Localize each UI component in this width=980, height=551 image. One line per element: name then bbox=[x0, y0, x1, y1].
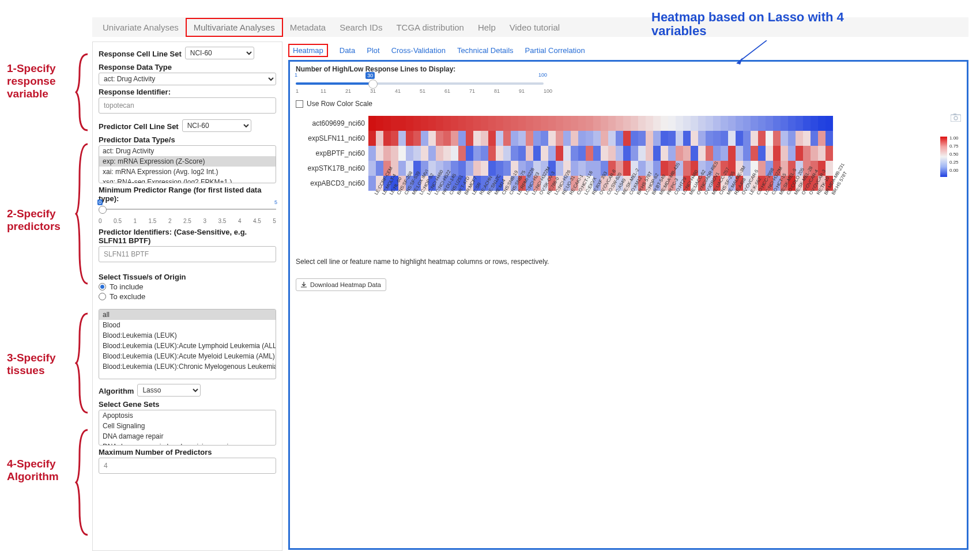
heatmap-cell[interactable] bbox=[503, 161, 511, 176]
heatmap-cell[interactable] bbox=[593, 131, 601, 146]
heatmap-cell[interactable] bbox=[758, 146, 766, 161]
heatmap-cell[interactable] bbox=[413, 131, 421, 146]
heatmap-cell[interactable] bbox=[713, 116, 721, 131]
heatmap-cell[interactable] bbox=[376, 116, 383, 131]
heatmap-cell[interactable] bbox=[473, 116, 481, 131]
heatmap-cell[interactable] bbox=[563, 116, 571, 131]
heatmap-cell[interactable] bbox=[488, 146, 496, 161]
heatmap-cell[interactable] bbox=[608, 146, 616, 161]
max-predictors-input[interactable] bbox=[99, 458, 276, 474]
nav-item-metadata[interactable]: Metadata bbox=[283, 19, 333, 36]
heatmap-cell[interactable] bbox=[683, 131, 691, 146]
heatmap-cell[interactable] bbox=[631, 131, 638, 146]
heatmap-cell[interactable] bbox=[743, 146, 751, 161]
heatmap-cell[interactable] bbox=[578, 146, 586, 161]
heatmap-cell[interactable] bbox=[683, 161, 691, 176]
nav-item-univariate-analyses[interactable]: Univariate Analyses bbox=[96, 19, 186, 36]
heatmap-cell[interactable] bbox=[548, 146, 556, 161]
heatmap-cell[interactable] bbox=[728, 131, 736, 146]
heatmap-cell[interactable] bbox=[826, 161, 833, 176]
heatmap-cell[interactable] bbox=[563, 131, 571, 146]
heatmap-cell[interactable] bbox=[751, 131, 758, 146]
heatmap-cell[interactable] bbox=[743, 131, 751, 146]
heatmap-cell[interactable] bbox=[781, 146, 788, 161]
heatmap-cell[interactable] bbox=[541, 131, 548, 146]
heatmap-cell[interactable] bbox=[376, 161, 383, 176]
heatmap-cell[interactable] bbox=[571, 116, 578, 131]
list-item[interactable]: Blood:Leukemia (LEUK):Chronic Myelogenou… bbox=[99, 361, 276, 372]
heatmap-cell[interactable] bbox=[668, 146, 676, 161]
heatmap-cell[interactable] bbox=[781, 131, 788, 146]
heatmap-cell[interactable] bbox=[556, 161, 563, 176]
heatmap-cell[interactable] bbox=[391, 131, 398, 146]
heatmap-cell[interactable] bbox=[661, 131, 668, 146]
heatmap-cell[interactable] bbox=[646, 116, 653, 131]
response-cell-line-select[interactable]: NCI-60 bbox=[185, 47, 254, 59]
heatmap-cell[interactable] bbox=[623, 161, 631, 176]
heatmap-cell[interactable] bbox=[631, 146, 638, 161]
heatmap-cell[interactable] bbox=[586, 116, 593, 131]
heatmap-cell[interactable] bbox=[766, 116, 773, 131]
heatmap-cell[interactable] bbox=[781, 116, 788, 131]
heatmap-cell[interactable] bbox=[511, 131, 518, 146]
heatmap-cell[interactable] bbox=[391, 146, 398, 161]
heatmap-cell[interactable] bbox=[736, 146, 743, 161]
heatmap-cell[interactable] bbox=[383, 146, 391, 161]
heatmap-cell[interactable] bbox=[488, 161, 496, 176]
heatmap-cell[interactable] bbox=[578, 131, 586, 146]
heatmap-row-label[interactable]: expABCD3_nci60 bbox=[296, 179, 368, 187]
heatmap-cell[interactable] bbox=[398, 146, 406, 161]
heatmap-cell[interactable] bbox=[466, 146, 473, 161]
heatmap-cell[interactable] bbox=[518, 116, 526, 131]
heatmap-cell[interactable] bbox=[413, 146, 421, 161]
list-item[interactable]: DNA damage repair bbox=[99, 431, 276, 441]
heatmap-cell[interactable] bbox=[443, 116, 451, 131]
heatmap-cell[interactable] bbox=[451, 131, 458, 146]
heatmap-cell[interactable] bbox=[421, 146, 428, 161]
heatmap-cell[interactable] bbox=[668, 131, 676, 146]
heatmap-cell[interactable] bbox=[526, 131, 533, 146]
heatmap-cell[interactable] bbox=[548, 131, 556, 146]
heatmap-cell[interactable] bbox=[533, 131, 541, 146]
heatmap-cell[interactable] bbox=[496, 116, 503, 131]
heatmap-cell[interactable] bbox=[376, 146, 383, 161]
list-item[interactable]: xsq: RNA-seq Expression (log2 FPKM+1.) bbox=[99, 177, 276, 183]
heatmap-cell[interactable] bbox=[406, 146, 413, 161]
heatmap-cell[interactable] bbox=[773, 116, 781, 131]
heatmap-cell[interactable] bbox=[451, 116, 458, 131]
heatmap-cell[interactable] bbox=[526, 146, 533, 161]
heatmap-cell[interactable] bbox=[398, 116, 406, 131]
list-item[interactable]: Blood:Leukemia (LEUK) bbox=[99, 330, 276, 341]
response-identifier-input[interactable] bbox=[99, 97, 276, 114]
heatmap-cell[interactable] bbox=[586, 146, 593, 161]
heatmap-cell[interactable] bbox=[691, 131, 698, 146]
heatmap-cell[interactable] bbox=[376, 131, 383, 146]
heatmap-cell[interactable] bbox=[548, 116, 556, 131]
heatmap-cell[interactable] bbox=[736, 131, 743, 146]
heatmap-cell[interactable] bbox=[623, 116, 631, 131]
predictor-cell-line-select[interactable]: NCI-60 bbox=[182, 119, 251, 132]
heatmap-cell[interactable] bbox=[593, 116, 601, 131]
list-item[interactable]: Apoptosis bbox=[99, 410, 276, 421]
heatmap-cell[interactable] bbox=[788, 131, 796, 146]
algorithm-select[interactable]: Lasso bbox=[137, 384, 201, 397]
heatmap-cell[interactable] bbox=[503, 116, 511, 131]
nav-item-search-ids[interactable]: Search IDs bbox=[333, 19, 389, 36]
heatmap-cell[interactable] bbox=[638, 116, 646, 131]
download-heatmap-button[interactable]: Download Heatmap Data bbox=[296, 278, 386, 291]
row-color-checkbox[interactable] bbox=[296, 100, 303, 108]
heatmap-cell[interactable] bbox=[826, 116, 833, 131]
nav-item-tcga-distribution[interactable]: TCGA distribution bbox=[389, 19, 471, 36]
heatmap-cell[interactable] bbox=[541, 116, 548, 131]
heatmap-cell[interactable] bbox=[661, 146, 668, 161]
heatmap-cell[interactable] bbox=[616, 131, 623, 146]
heatmap-cell[interactable] bbox=[721, 146, 728, 161]
list-item[interactable]: act: Drug Activity bbox=[99, 146, 276, 156]
tissue-exclude-radio[interactable]: To exclude bbox=[99, 292, 276, 301]
heatmap-cell[interactable] bbox=[421, 116, 428, 131]
heatmap-cell[interactable] bbox=[436, 131, 443, 146]
heatmap-cell[interactable] bbox=[698, 146, 706, 161]
heatmap-cell[interactable] bbox=[773, 146, 781, 161]
heatmap-cell[interactable] bbox=[713, 146, 721, 161]
list-item[interactable]: Cell Signaling bbox=[99, 421, 276, 431]
